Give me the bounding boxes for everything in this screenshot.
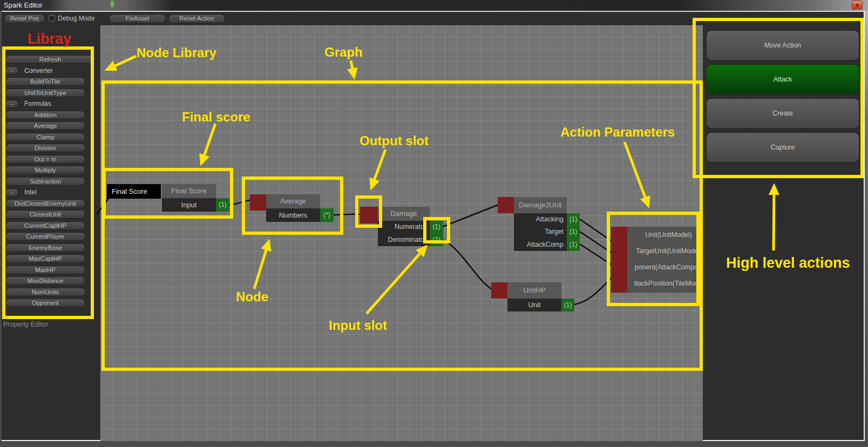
library-item-enemybase[interactable]: EnemyBase — [5, 243, 85, 252]
library-item-opponent[interactable]: Opponent — [5, 299, 85, 307]
damage-node-header[interactable]: Damage — [378, 207, 430, 221]
action-params-node[interactable]: Unit(UnitModel) TargetUnit(UnitMode pone… — [627, 227, 698, 293]
damage2unit-target-row[interactable]: Target — [514, 226, 567, 238]
unithp-node-header[interactable]: UnitHP — [507, 282, 561, 299]
library-item-maxcapthp[interactable]: MaxCaptHP — [5, 254, 85, 263]
library-item-average[interactable]: Average — [5, 121, 85, 130]
library-item-numunits[interactable]: NumUnits — [5, 288, 85, 296]
action-param-row[interactable]: TargetUnit(UnitMode — [627, 243, 698, 259]
damage-denominator-row[interactable]: Denominator — [378, 233, 430, 246]
library-item-maxhp[interactable]: MaxHP — [5, 266, 85, 274]
input-slot-badge[interactable]: (1) — [430, 233, 443, 246]
library-item-currentcapthp[interactable]: CurrentCaptHP — [5, 221, 85, 230]
foldout-toggle-intel[interactable]: - — [5, 188, 18, 197]
input-slot-badge[interactable]: (1) — [430, 221, 443, 233]
library-item-buildtotile[interactable]: BuildToTile — [5, 77, 85, 86]
input-slot-badge[interactable]: (1) — [567, 213, 580, 226]
damage2unit-node-header[interactable]: Damage2Unit — [514, 197, 567, 213]
action-params-output-slots[interactable] — [611, 227, 627, 293]
unithp-unit-row[interactable]: Unit — [507, 299, 561, 311]
library-group-intel: - Intel — [5, 188, 96, 197]
spark-editor-window: Spark Editor x Reset Pos Debug Mode FixA… — [0, 0, 868, 447]
action-param-row[interactable]: ttackPosition(TileMoc — [627, 275, 698, 292]
final-score-node-header[interactable]: Final Score — [162, 184, 216, 198]
action-button-attack[interactable]: Attack — [706, 64, 859, 94]
library-item-subtraction[interactable]: Subtraction — [5, 177, 85, 186]
window-title: Spark Editor — [4, 1, 43, 9]
action-param-row[interactable]: ponent(AttackCompo — [627, 259, 698, 275]
library-item-unittounittype[interactable]: UnitToUnitType — [5, 89, 85, 97]
property-editor-label: Property Editor — [3, 321, 48, 328]
library-item-distclosestenemyunit[interactable]: DistClosestEnemyUnit — [5, 199, 85, 208]
debug-mode-label: Debug Mode — [58, 15, 95, 22]
library-item-currentplayer[interactable]: CurrentPlayer — [5, 232, 85, 241]
foldout-toggle-formulas[interactable]: - — [5, 100, 18, 108]
library-group-label: Converter — [24, 67, 53, 74]
output-slot[interactable] — [250, 194, 266, 211]
close-button[interactable]: x — [852, 1, 863, 10]
output-slot[interactable] — [360, 207, 378, 223]
damage-numerator-row[interactable]: Numerator — [378, 221, 430, 233]
library-item-closestunit[interactable]: ClosestUnit — [5, 210, 85, 219]
input-slot-badge[interactable]: (1) — [567, 238, 580, 251]
title-bar: Spark Editor — [0, 0, 868, 11]
average-numbers-row[interactable]: Numbers — [266, 208, 320, 222]
action-button-create[interactable]: Create — [706, 98, 859, 128]
debug-mode-checkbox[interactable] — [49, 15, 55, 22]
reset-pos-button[interactable]: Reset Pos — [4, 14, 45, 23]
fix-asset-button[interactable]: FixAsset — [109, 14, 166, 23]
library-item-addition[interactable]: Addition — [5, 111, 85, 119]
average-node-header[interactable]: Average — [266, 194, 320, 208]
library-group-label: Intel — [24, 188, 37, 196]
output-slot[interactable] — [498, 197, 514, 213]
action-button-move[interactable]: Move Action — [706, 30, 859, 60]
library-item-outequalsin[interactable]: Out = In — [5, 155, 85, 164]
window-frame-edge — [865, 11, 868, 442]
reset-action-button[interactable]: Reset Action — [168, 14, 225, 23]
status-glow — [110, 0, 115, 9]
action-button-capture[interactable]: Capture — [706, 132, 859, 162]
library-group-converter: - Converter — [5, 66, 96, 75]
final-score-output-node[interactable]: Final Score — [107, 184, 161, 199]
final-score-input-row[interactable]: Input — [162, 198, 216, 212]
damage2unit-attacking-row[interactable]: Attacking — [514, 213, 567, 226]
input-slot-badge[interactable]: (1) — [567, 226, 580, 238]
library-group-formulas: - Formulas — [5, 99, 96, 108]
library-item-clamp[interactable]: Clamp — [5, 133, 85, 141]
library-item-refresh[interactable]: Refresh — [5, 55, 95, 64]
library-group-label: Formulas — [24, 100, 51, 107]
library-item-multiply[interactable]: Multiply — [5, 166, 85, 174]
input-slot-badge[interactable]: (*) — [320, 208, 334, 222]
damage2unit-attackcomp-row[interactable]: AttackComp — [514, 238, 567, 251]
action-param-row[interactable]: Unit(UnitModel) — [627, 227, 698, 243]
input-slot-badge[interactable]: (1) — [561, 299, 574, 311]
input-slot-badge[interactable]: (1) — [216, 198, 229, 212]
node-library-panel: Refresh - Converter BuildToTile UnitToUn… — [5, 55, 96, 307]
foldout-toggle-converter[interactable]: - — [5, 66, 18, 74]
output-slot[interactable] — [491, 282, 507, 299]
library-item-maxdistance[interactable]: MaxDistance — [5, 276, 85, 285]
library-item-division[interactable]: Division — [5, 144, 85, 152]
